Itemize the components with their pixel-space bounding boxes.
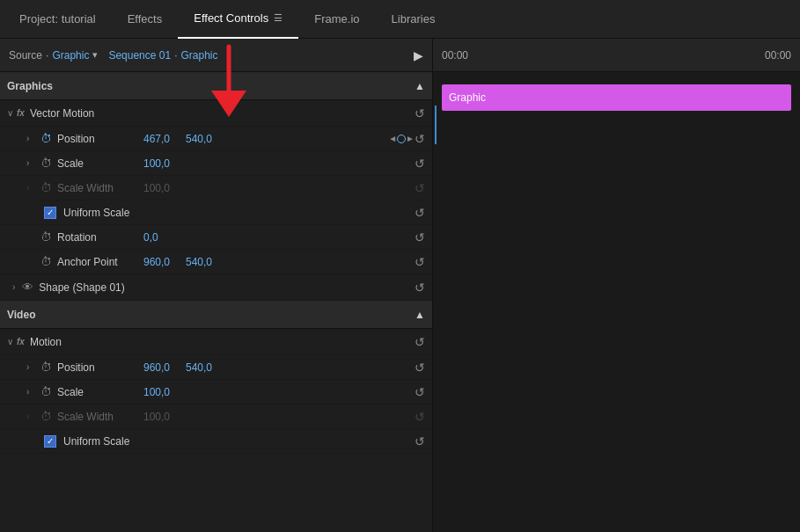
video-scroll-up-button[interactable]: ▲ [415,309,425,321]
shape-expand[interactable]: › [12,282,15,292]
video-position-x-value[interactable]: 960,0 [143,361,179,374]
video-scale-label: Scale [57,386,136,398]
position-row-video: › ⏱ Position 960,0 540,0 ↺ [0,355,432,380]
tab-effect-controls[interactable]: Effect Controls ☰ [178,0,298,39]
motion-fx-expand[interactable]: ∨ [7,337,13,346]
video-scale-reset-button[interactable]: ↺ [415,385,425,399]
video-position-stopwatch-icon[interactable]: ⏱ [40,361,52,374]
uniform-scale-label: Uniform Scale [63,207,129,219]
video-uniform-scale-reset-button[interactable]: ↺ [415,434,425,448]
scale-row-video: › ⏱ Scale 100,0 ↺ [0,380,432,404]
anchor-point-row-graphics: › ⏱ Anchor Point 960,0 540,0 ↺ [0,250,432,274]
graphic-clip-label: Graphic [449,91,486,104]
source-label: Source [9,49,42,62]
fx-vector-motion-name: Vector Motion [30,107,94,120]
position-reset-button[interactable]: ↺ [415,132,425,146]
anchor-y-value[interactable]: 540,0 [186,256,221,268]
scale-value[interactable]: 100,0 [143,157,179,170]
rotation-value[interactable]: 0,0 [143,231,179,244]
graphics-section-header: Graphics ▲ [0,72,432,100]
scale-label: Scale [57,157,136,170]
scale-width-row-graphics: › ⏱ Scale Width 100,0 ↺ [0,176,432,200]
uniform-scale-checkbox[interactable] [44,207,56,219]
motion-fx-reset-button[interactable]: ↺ [415,335,425,349]
timeline-body: Graphic [433,72,800,111]
scale-width-stopwatch-icon: ⏱ [40,181,52,194]
menu-icon[interactable]: ☰ [274,12,283,24]
source-chevron[interactable]: ▾ [92,49,98,61]
source-bar: Source · Graphic ▾ Sequence 01 · Graphic… [0,39,432,72]
uniform-scale-row-graphics: Uniform Scale ↺ [0,200,432,225]
main-layout: Source · Graphic ▾ Sequence 01 · Graphic… [0,39,800,532]
fx-vector-motion-row: ∨ fx Vector Motion ↺ [0,100,432,127]
video-position-y-value[interactable]: 540,0 [186,361,221,374]
playhead-indicator [435,106,437,144]
scroll-up-button[interactable]: ▲ [415,80,425,92]
scale-width-label: Scale Width [57,182,136,194]
position-x-value[interactable]: 467,0 [143,133,179,145]
motion-fx-badge: fx [17,337,25,346]
shape-reset-button[interactable]: ↺ [415,281,425,295]
fx-badge: fx [17,108,25,118]
anchor-reset-button[interactable]: ↺ [415,255,425,269]
video-scale-width-label: Scale Width [57,411,136,423]
fx-motion-row: ∨ fx Motion ↺ [0,329,432,355]
scale-row-graphics: › ⏱ Scale 100,0 ↺ [0,151,432,176]
rotation-stopwatch-icon[interactable]: ⏱ [40,230,52,244]
scale-stopwatch-icon[interactable]: ⏱ [40,157,52,170]
time-start: 00:00 [442,49,468,62]
scale-reset-button[interactable]: ↺ [415,157,425,171]
scale-width-expand: › [26,183,35,193]
shape-row: › 👁 Shape (Shape 01) ↺ [0,274,432,301]
sequence-link[interactable]: Sequence 01 [108,49,171,62]
tab-effects[interactable]: Effects [112,0,179,39]
scale-width-value: 100,0 [143,182,179,194]
play-button[interactable]: ▶ [414,48,423,62]
right-panel: 00:00 00:00 Graphic [433,39,800,532]
video-uniform-scale-label: Uniform Scale [63,435,129,448]
video-scale-stopwatch-icon[interactable]: ⏱ [40,385,52,398]
time-end: 00:00 [765,49,791,62]
source-name[interactable]: Graphic [52,49,89,62]
position-expand[interactable]: › [26,134,35,143]
fx-motion-name: Motion [30,336,62,348]
clip-link[interactable]: Graphic [180,49,217,62]
shape-eye-icon[interactable]: 👁 [22,281,33,294]
anchor-x-value[interactable]: 960,0 [143,256,179,268]
fx-reset-button[interactable]: ↺ [415,106,425,120]
rotation-row-graphics: › ⏱ Rotation 0,0 ↺ [0,225,432,250]
anchor-stopwatch-icon[interactable]: ⏱ [40,255,52,268]
video-scale-width-value: 100,0 [143,411,179,423]
rotation-reset-button[interactable]: ↺ [415,230,425,244]
graphics-title: Graphics [7,80,53,92]
fx-expand[interactable]: ∨ [7,108,13,118]
video-uniform-scale-checkbox[interactable] [44,435,56,448]
prev-keyframe-button[interactable]: ◄ [388,134,397,143]
keyframe-button[interactable] [397,135,406,143]
video-scale-value[interactable]: 100,0 [143,386,179,398]
position-stopwatch-icon[interactable]: ⏱ [40,132,52,145]
video-section-header: Video ▲ [0,301,432,329]
rotation-label: Rotation [57,231,136,244]
scale-expand[interactable]: › [26,158,35,168]
video-position-reset-button[interactable]: ↺ [415,361,425,375]
shape-name: Shape (Shape 01) [39,281,124,294]
scale-width-reset-button[interactable]: ↺ [415,181,425,195]
uniform-scale-row-video: Uniform Scale ↺ [0,429,432,454]
anchor-point-label: Anchor Point [57,256,136,268]
video-scale-width-reset-button[interactable]: ↺ [415,410,425,424]
tab-libraries[interactable]: Libraries [376,0,451,39]
uniform-scale-reset-button[interactable]: ↺ [415,206,425,220]
position-y-value[interactable]: 540,0 [186,133,221,145]
video-scale-expand[interactable]: › [26,387,35,397]
video-position-label: Position [57,361,136,374]
video-position-expand[interactable]: › [26,362,35,372]
tab-project[interactable]: Project: tutorial [4,0,112,39]
position-row-graphics: › ⏱ Position 467,0 540,0 ◄ ► ↺ [0,127,432,151]
graphic-clip-bar[interactable]: Graphic [442,84,791,111]
scale-width-row-video: › ⏱ Scale Width 100,0 ↺ [0,404,432,429]
position-label: Position [57,133,136,145]
timeline-header: 00:00 00:00 [433,39,800,72]
tab-frameio[interactable]: Frame.io [298,0,375,39]
next-keyframe-button[interactable]: ► [406,134,415,143]
